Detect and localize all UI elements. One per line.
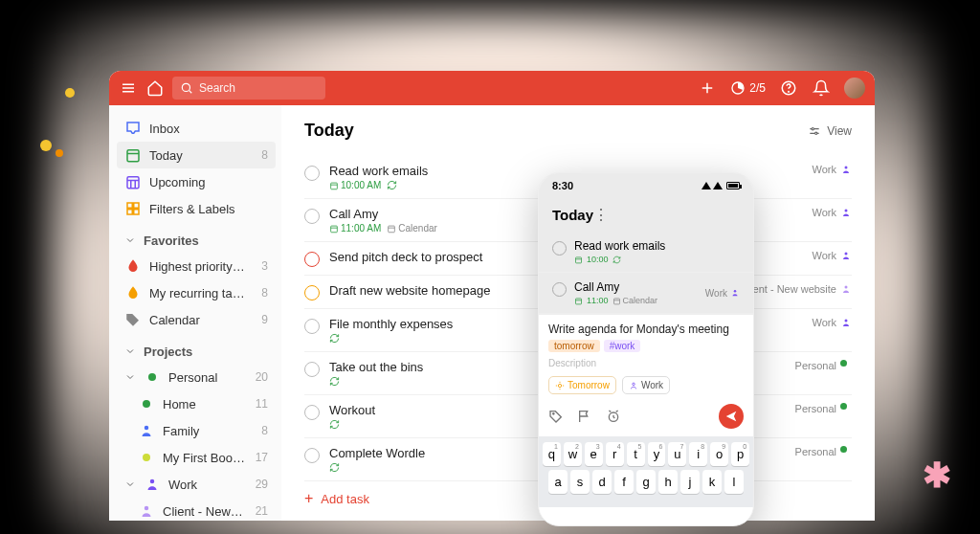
tag-work[interactable]: #work xyxy=(604,340,641,352)
task-project[interactable]: Personal xyxy=(795,360,852,371)
phone-task-meta: 10:00 xyxy=(574,255,740,264)
tag-tomorrow[interactable]: tomorrow xyxy=(548,340,600,352)
compose-description[interactable]: Description xyxy=(548,358,744,368)
svg-point-27 xyxy=(812,127,813,129)
person-icon xyxy=(138,502,155,520)
project-item[interactable]: Family 8 xyxy=(117,417,276,444)
task-checkbox[interactable] xyxy=(304,285,320,300)
favorite-item[interactable]: Highest priority work 3 xyxy=(117,253,276,279)
recurring-icon xyxy=(329,462,340,473)
keyboard-key[interactable]: 6y xyxy=(648,442,666,466)
project-item[interactable]: My First Book ✍️ 17 xyxy=(117,444,276,471)
keyboard-key[interactable]: 9o xyxy=(710,442,728,466)
search-box[interactable] xyxy=(172,77,325,100)
keyboard-key[interactable]: f xyxy=(614,470,634,494)
keyboard-key[interactable]: a xyxy=(548,470,568,494)
search-input[interactable] xyxy=(199,81,314,95)
task-checkbox[interactable] xyxy=(304,209,320,224)
sidebar-nav-today[interactable]: Today 8 xyxy=(117,142,276,168)
project-item[interactable]: Work 29 xyxy=(117,471,276,498)
task-checkbox[interactable] xyxy=(304,405,320,420)
phone-status-bar: 8:30 xyxy=(539,173,753,198)
person-icon xyxy=(840,283,852,295)
phone-header: Today ⋮ xyxy=(539,198,753,232)
keyboard-key[interactable]: 5t xyxy=(627,442,645,466)
avatar[interactable] xyxy=(844,78,865,99)
project-item[interactable]: Personal 20 xyxy=(117,364,276,390)
keyboard-key[interactable]: s xyxy=(570,470,590,494)
favorites-header[interactable]: Favorites xyxy=(117,228,276,253)
more-icon[interactable]: ⋮ xyxy=(593,206,609,224)
alarm-icon[interactable] xyxy=(606,409,621,424)
chip-tomorrow[interactable]: Tomorrow xyxy=(548,376,616,394)
keyboard-key[interactable]: 2w xyxy=(564,442,582,466)
calendar-week-icon xyxy=(124,173,142,190)
sidebar-nav-inbox[interactable]: Inbox xyxy=(117,115,276,142)
help-icon[interactable] xyxy=(779,78,798,98)
sidebar-nav-upcoming[interactable]: Upcoming xyxy=(117,168,276,195)
task-project[interactable]: Work xyxy=(813,317,852,328)
svg-rect-10 xyxy=(127,150,139,162)
keyboard-key[interactable]: 1q xyxy=(543,442,561,466)
phone-task-row[interactable]: Call Amy 11:00 Calendar Work xyxy=(539,273,753,314)
project-label: Client - New website xyxy=(163,504,245,519)
view-button[interactable]: View xyxy=(808,124,852,138)
task-project[interactable]: Work xyxy=(813,164,852,175)
add-icon[interactable] xyxy=(698,78,717,98)
person-icon xyxy=(840,207,852,218)
notifications-icon[interactable] xyxy=(812,78,831,98)
svg-point-46 xyxy=(734,290,737,293)
keyboard-key[interactable]: j xyxy=(680,470,700,494)
favorite-count: 9 xyxy=(253,313,268,326)
signal-icon xyxy=(702,182,711,189)
home-icon[interactable] xyxy=(145,78,165,98)
keyboard-key[interactable]: d xyxy=(592,470,612,494)
flag-icon[interactable] xyxy=(577,409,592,424)
phone-compose-sheet: Write agenda for Monday's meeting tomorr… xyxy=(539,314,753,436)
projects-header[interactable]: Projects xyxy=(117,339,276,364)
phone-task-checkbox[interactable] xyxy=(552,241,567,256)
keyboard-key[interactable]: k xyxy=(702,470,722,494)
task-checkbox[interactable] xyxy=(304,362,320,377)
project-count: 11 xyxy=(253,397,268,411)
compose-title[interactable]: Write agenda for Monday's meeting xyxy=(548,323,744,336)
favorite-label: Calendar xyxy=(149,313,245,327)
progress-indicator[interactable]: 2/5 xyxy=(730,80,766,96)
keyboard-key[interactable]: l xyxy=(724,470,744,494)
svg-rect-40 xyxy=(576,256,582,262)
phone-task-checkbox[interactable] xyxy=(552,282,567,297)
keyboard-key[interactable]: g xyxy=(636,470,656,494)
keyboard-key[interactable]: 3e xyxy=(585,442,603,466)
task-checkbox[interactable] xyxy=(304,252,320,267)
project-item[interactable]: Home 11 xyxy=(117,390,276,417)
task-project[interactable]: Personal xyxy=(795,446,852,457)
svg-rect-42 xyxy=(576,298,582,303)
keyboard-key[interactable]: h xyxy=(658,470,678,494)
task-project[interactable]: Work xyxy=(813,250,852,261)
phone-task-row[interactable]: Read work emails 10:00 xyxy=(539,232,753,273)
sidebar-nav-filters[interactable]: Filters & Labels xyxy=(117,195,276,222)
svg-rect-34 xyxy=(389,226,395,233)
chip-work[interactable]: Work xyxy=(622,376,670,394)
menu-icon[interactable] xyxy=(119,78,138,98)
favorite-item[interactable]: My recurring tasks 8 xyxy=(117,279,276,306)
keyboard-key[interactable]: 8i xyxy=(689,442,707,466)
dot-icon xyxy=(138,449,155,466)
task-project[interactable]: Personal xyxy=(795,403,852,414)
keyboard-key[interactable]: 4r xyxy=(606,442,624,466)
task-checkbox[interactable] xyxy=(304,448,320,463)
send-button[interactable] xyxy=(719,404,744,429)
keyboard-key[interactable]: 7u xyxy=(668,442,686,466)
svg-line-4 xyxy=(189,91,192,94)
task-project[interactable]: Work xyxy=(813,207,852,218)
keyboard-key[interactable]: 0p xyxy=(731,442,749,466)
project-item[interactable]: Client - New website 21 xyxy=(117,498,276,521)
label-icon[interactable] xyxy=(548,409,564,424)
task-checkbox[interactable] xyxy=(304,319,320,334)
task-project[interactable]: Client - New website xyxy=(741,283,852,295)
favorite-item[interactable]: Calendar 9 xyxy=(117,306,276,333)
task-checkbox[interactable] xyxy=(304,166,320,181)
svg-rect-12 xyxy=(127,177,139,189)
svg-point-47 xyxy=(558,384,561,387)
nav-label: Filters & Labels xyxy=(149,202,268,216)
